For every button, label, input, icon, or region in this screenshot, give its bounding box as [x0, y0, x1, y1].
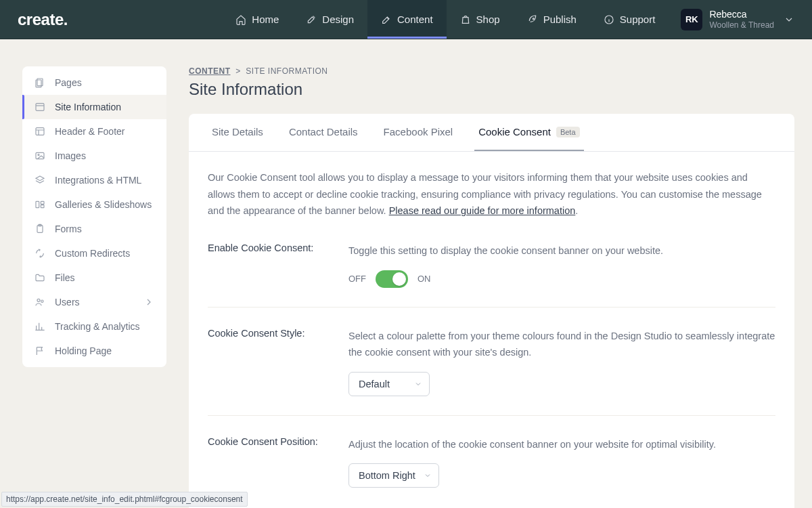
rocket-icon: [527, 14, 538, 25]
enable-toggle[interactable]: [376, 270, 408, 288]
sidebar-item-label: Forms: [55, 224, 82, 234]
logo-text: create: [18, 10, 64, 29]
sidebar-item-files[interactable]: Files: [22, 266, 166, 290]
nav-label: Support: [620, 14, 656, 25]
row-cookie-style: Cookie Consent Style: Select a colour pa…: [208, 322, 775, 416]
svg-rect-6: [36, 152, 44, 158]
svg-point-0: [533, 18, 534, 19]
nav-design[interactable]: Design: [292, 0, 367, 39]
chart-icon: [35, 321, 45, 332]
svg-rect-5: [36, 128, 44, 135]
sidebar-item-users[interactable]: Users: [22, 290, 166, 314]
clipboard-icon: [35, 224, 45, 234]
style-value: Default: [359, 379, 390, 389]
desc-style: Select a colour palette from your theme …: [348, 328, 775, 361]
breadcrumb-root[interactable]: CONTENT: [189, 66, 231, 76]
nav-label: Design: [322, 14, 354, 25]
sidebar-item-label: Site Information: [55, 102, 121, 112]
row-enable-cookie-consent: Enable Cookie Consent: Toggle this setti…: [208, 237, 775, 308]
tab-cookie-consent[interactable]: Cookie ConsentBeta: [474, 114, 583, 151]
breadcrumb: CONTENT > SITE INFORMATION: [189, 66, 794, 76]
sidebar-item-label: Header & Footer: [55, 126, 125, 137]
position-select[interactable]: Bottom Right: [348, 463, 439, 488]
sidebar-item-label: Pages: [55, 77, 82, 88]
brush-icon: [306, 14, 317, 25]
sidebar-item-forms[interactable]: Forms: [22, 217, 166, 241]
redirect-icon: [35, 248, 45, 259]
svg-point-7: [38, 154, 39, 156]
intro-guide-link[interactable]: Please read our guide for more informati…: [389, 205, 576, 216]
nav-label: Home: [252, 14, 279, 25]
user-name: Rebecca: [709, 9, 774, 20]
nav-support[interactable]: Support: [590, 0, 669, 39]
tabs: Site DetailsContact DetailsFacebook Pixe…: [189, 114, 794, 152]
avatar: RK: [681, 9, 702, 30]
chevron-down-icon: [414, 380, 422, 388]
label-style: Cookie Consent Style:: [208, 328, 348, 396]
nav-publish[interactable]: Publish: [514, 0, 590, 39]
svg-point-13: [37, 299, 40, 301]
bag-icon: [460, 14, 471, 25]
chevron-right-icon: [143, 297, 154, 308]
sidebar-item-images[interactable]: Images: [22, 144, 166, 168]
content-area: CONTENT > SITE INFORMATION Site Informat…: [189, 66, 794, 508]
users-icon: [35, 297, 45, 308]
svg-rect-9: [41, 201, 44, 204]
sidebar-item-tracking-analytics[interactable]: Tracking & Analytics: [22, 314, 166, 339]
position-value: Bottom Right: [359, 470, 415, 481]
sidebar-item-site-information[interactable]: Site Information: [22, 95, 166, 119]
flag-icon: [35, 345, 45, 356]
top-bar: create. Home Design Content Shop Publish…: [0, 0, 812, 39]
status-url: https://app.create.net/site_info_edit.ph…: [1, 492, 248, 507]
user-menu[interactable]: RK Rebecca Woollen & Thread: [681, 0, 794, 39]
nav-home[interactable]: Home: [222, 0, 292, 39]
toggle-on-label: ON: [418, 274, 431, 284]
sidebar-item-custom-redirects[interactable]: Custom Redirects: [22, 241, 166, 266]
sidebar-item-label: Custom Redirects: [55, 248, 130, 259]
scrollbar-thumb[interactable]: [803, 1, 809, 421]
chevron-down-icon: [784, 14, 794, 25]
edit-icon: [381, 14, 392, 25]
tab-label: Contact Details: [289, 126, 358, 137]
home-icon: [235, 14, 246, 25]
label-position: Cookie Consent Position:: [208, 436, 348, 488]
sidebar-item-label: Images: [55, 150, 86, 161]
beta-badge: Beta: [556, 127, 580, 137]
style-select[interactable]: Default: [348, 372, 430, 396]
sidebar-item-holding-page[interactable]: Holding Page: [22, 339, 166, 363]
sidebar-item-galleries-slideshows[interactable]: Galleries & Slideshows: [22, 192, 166, 217]
sidebar-item-pages[interactable]: Pages: [22, 70, 166, 95]
breadcrumb-sep: >: [235, 66, 241, 76]
svg-rect-8: [36, 201, 39, 207]
pages-icon: [35, 77, 45, 88]
layout-icon: [35, 126, 45, 137]
tab-facebook-pixel[interactable]: Facebook Pixel: [380, 114, 457, 151]
tab-label: Site Details: [212, 126, 263, 137]
nav-shop[interactable]: Shop: [447, 0, 514, 39]
sidebar-item-label: Tracking & Analytics: [55, 321, 140, 332]
chevron-down-icon: [424, 471, 432, 480]
nav-label: Shop: [476, 14, 500, 25]
top-nav: Home Design Content Shop Publish Support…: [222, 0, 794, 39]
info-icon: [604, 14, 614, 25]
nav-content[interactable]: Content: [367, 0, 447, 39]
tab-site-details[interactable]: Site Details: [208, 114, 267, 151]
row-cookie-position: Cookie Consent Position: Adjust the loca…: [208, 431, 775, 498]
image-icon: [35, 150, 45, 161]
logo[interactable]: create.: [18, 10, 68, 29]
sidebar-item-header-footer[interactable]: Header & Footer: [22, 119, 166, 144]
breadcrumb-current: SITE INFORMATION: [246, 66, 328, 76]
scrollbar[interactable]: [801, 1, 811, 507]
sidebar-item-label: Holding Page: [55, 345, 112, 356]
tab-contact-details[interactable]: Contact Details: [285, 114, 362, 151]
svg-rect-10: [41, 205, 44, 208]
settings-card: Site DetailsContact DetailsFacebook Pixe…: [189, 114, 794, 508]
sidebar-item-label: Users: [55, 297, 80, 308]
stack-icon: [35, 175, 45, 186]
sidebar-item-label: Files: [55, 272, 75, 283]
desc-position: Adjust the location of the cookie consen…: [348, 436, 775, 453]
tab-label: Cookie Consent: [478, 126, 551, 137]
sidebar-item-integrations-html[interactable]: Integrations & HTML: [22, 168, 166, 192]
folder-icon: [35, 272, 45, 283]
toggle-knob: [392, 272, 406, 286]
